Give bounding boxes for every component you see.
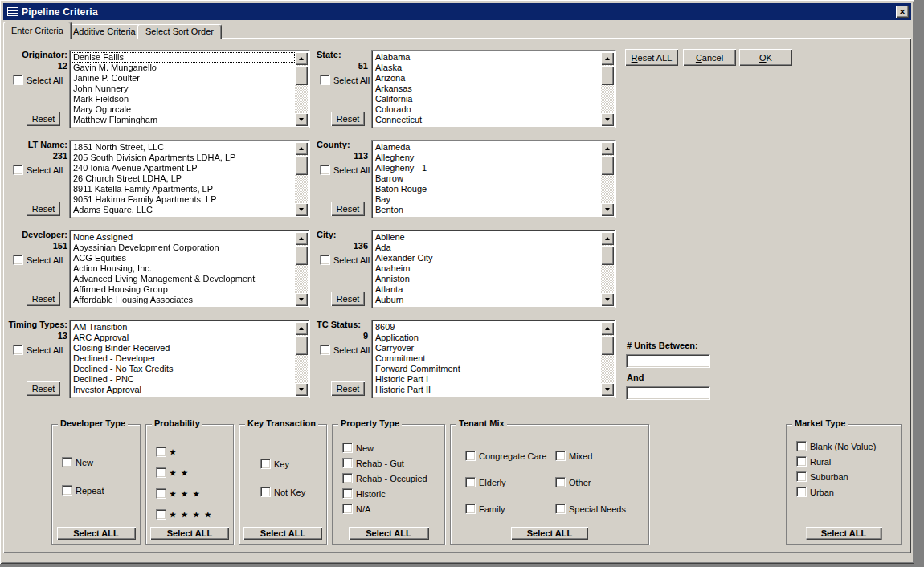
list-item[interactable]: Mark Fieldson xyxy=(72,94,295,104)
scroll-up-button[interactable] xyxy=(601,52,614,65)
list-item[interactable]: Affordable Housing Associates xyxy=(72,295,295,305)
list-item[interactable]: 8609 xyxy=(374,322,601,332)
select-all-checkbox[interactable]: Select All xyxy=(320,165,370,175)
reset-button[interactable]: Reset xyxy=(331,202,365,216)
select-all-checkbox[interactable]: Select All xyxy=(13,255,63,265)
list-item[interactable]: 8911 Katella Family Apartments, LP xyxy=(72,184,295,194)
list-item[interactable]: Declined - Developer xyxy=(72,353,295,364)
checkbox-item[interactable]: Historic xyxy=(342,488,427,499)
scroll-down-button[interactable] xyxy=(601,203,614,216)
list-item[interactable]: 205 South Division Apartments LDHA, LP xyxy=(72,153,295,163)
checkbox-item[interactable]: Blank (No Value) xyxy=(796,441,876,451)
checkbox-item[interactable]: Rehab - Gut xyxy=(342,458,427,468)
reset-button[interactable]: Reset xyxy=(331,112,365,126)
scroll-up-button[interactable] xyxy=(601,322,614,335)
list-item[interactable]: Arkansas xyxy=(374,84,601,94)
close-button[interactable]: ✕ xyxy=(896,6,909,18)
list-item[interactable]: Action Housing, Inc. xyxy=(72,263,295,274)
checkbox-item[interactable]: ★ ★ ★ xyxy=(156,488,213,499)
list-item[interactable]: Denise Fallis xyxy=(72,52,295,63)
list-item[interactable]: Allegheny xyxy=(374,153,601,163)
checkbox-box[interactable] xyxy=(156,509,166,520)
checkbox-box[interactable] xyxy=(13,345,23,355)
list-item[interactable]: Closing Binder Received xyxy=(72,343,295,353)
checkbox-item[interactable]: N/A xyxy=(342,504,427,514)
checkbox-box[interactable] xyxy=(555,477,566,487)
checkbox-item[interactable]: Suburban xyxy=(796,471,876,482)
checkbox-box[interactable] xyxy=(260,459,271,469)
select-all-checkbox[interactable]: Select All xyxy=(13,165,63,175)
list-item[interactable]: Benton xyxy=(374,205,601,215)
scroll-down-button[interactable] xyxy=(601,383,614,396)
checkbox-box[interactable] xyxy=(342,443,353,453)
checkbox-box[interactable] xyxy=(796,441,807,451)
select-all-checkbox[interactable]: Select All xyxy=(320,345,370,355)
list-item[interactable]: Blank xyxy=(374,215,601,216)
listbox[interactable]: Denise FallisGavin M. MunganelloJanine P… xyxy=(69,50,310,128)
checkbox-item[interactable]: Elderly xyxy=(465,477,555,487)
list-item[interactable]: Anaheim xyxy=(374,263,601,274)
checkbox-box[interactable] xyxy=(796,471,807,482)
list-item[interactable]: ARC Approval xyxy=(72,332,295,343)
reset-button[interactable]: Reset xyxy=(27,381,60,396)
list-item[interactable]: Baton Rouge xyxy=(374,184,601,194)
list-item[interactable]: None Received xyxy=(374,395,601,396)
cancel-button[interactable]: Cancel xyxy=(683,49,736,66)
list-item[interactable]: Investor Approval xyxy=(72,385,295,395)
scroll-down-button[interactable] xyxy=(295,293,308,306)
select-all-checkbox[interactable]: Select All xyxy=(13,345,63,355)
group-select-all-button[interactable]: Select ALL xyxy=(57,527,136,540)
list-item[interactable]: Allegheny - 1 xyxy=(374,163,601,173)
reset-button[interactable]: Reset xyxy=(331,292,365,306)
checkbox-box[interactable] xyxy=(342,458,353,468)
checkbox-item[interactable]: Rehab - Occupied xyxy=(342,473,427,483)
scrollbar[interactable] xyxy=(601,52,614,126)
scroll-up-button[interactable] xyxy=(295,142,308,155)
reset-button[interactable]: Reset xyxy=(27,292,60,306)
scroll-up-button[interactable] xyxy=(601,142,614,155)
checkbox-box[interactable] xyxy=(465,451,476,461)
scrollbar-thumb[interactable] xyxy=(295,66,308,85)
checkbox-item[interactable]: Special Needs xyxy=(555,504,626,514)
scrollbar-thumb[interactable] xyxy=(601,336,614,355)
checkbox-item[interactable]: New xyxy=(62,457,104,467)
scrollbar[interactable] xyxy=(601,322,614,396)
checkbox-box[interactable] xyxy=(13,255,23,265)
list-item[interactable]: Carryover xyxy=(374,343,601,353)
list-item[interactable]: Matthew Flamingham xyxy=(72,115,295,125)
checkbox-item[interactable]: Mixed xyxy=(555,451,626,461)
list-item[interactable]: Paul Watson xyxy=(72,125,295,126)
checkbox-box[interactable] xyxy=(13,165,23,175)
listbox[interactable]: 8609ApplicationCarryoverCommitmentForwar… xyxy=(371,320,616,398)
scrollbar-thumb[interactable] xyxy=(601,156,614,175)
scrollbar[interactable] xyxy=(295,52,308,126)
list-item[interactable]: Connecticut xyxy=(374,115,601,125)
scroll-up-button[interactable] xyxy=(295,322,308,335)
scroll-down-button[interactable] xyxy=(295,203,308,216)
checkbox-item[interactable]: ★ ★ ★ ★ xyxy=(156,509,213,520)
list-item[interactable]: Janine P. Coulter xyxy=(72,73,295,84)
checkbox-box[interactable] xyxy=(342,488,353,499)
list-item[interactable]: Advanced Living Management & Development xyxy=(72,274,295,284)
listbox[interactable]: AbileneAdaAlexander CityAnaheimAnnistonA… xyxy=(371,230,616,308)
ok-button[interactable]: OK xyxy=(739,49,792,66)
list-item[interactable]: Administration Building LP xyxy=(72,215,295,216)
list-item[interactable]: 1851 North Street, LLC xyxy=(72,142,295,153)
scrollbar-thumb[interactable] xyxy=(295,246,308,265)
list-item[interactable]: Forward Commitment xyxy=(374,364,601,374)
checkbox-item[interactable]: Not Key xyxy=(260,487,305,497)
checkbox-box[interactable] xyxy=(156,447,166,457)
scroll-up-button[interactable] xyxy=(295,232,308,245)
checkbox-box[interactable] xyxy=(465,477,476,487)
list-item[interactable]: Anniston xyxy=(374,274,601,284)
checkbox-box[interactable] xyxy=(156,467,166,478)
list-item[interactable]: Alaska xyxy=(374,63,601,73)
checkbox-item[interactable]: Family xyxy=(465,504,555,514)
checkbox-item[interactable]: Key xyxy=(260,459,305,469)
list-item[interactable]: 26 Church Street LDHA, LP xyxy=(72,173,295,184)
list-item[interactable]: ACG Equities xyxy=(72,253,295,263)
list-item[interactable]: Auburn xyxy=(374,295,601,305)
list-item[interactable]: 240 Ionia Avenue Apartment LP xyxy=(72,163,295,173)
tab-enter-criteria[interactable]: Enter Criteria xyxy=(3,22,72,39)
units-to-input[interactable] xyxy=(626,386,710,400)
